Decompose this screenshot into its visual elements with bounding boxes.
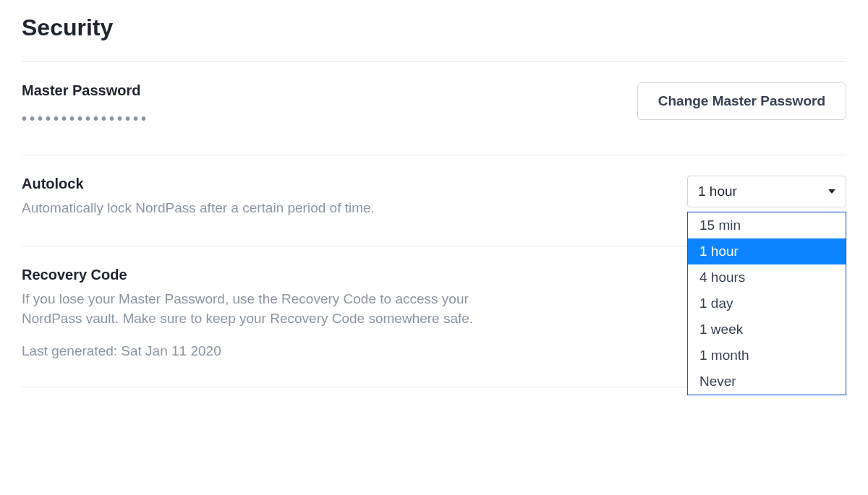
autolock-dropdown: 15 min1 hour4 hours1 day1 week1 monthNev… <box>687 212 846 395</box>
autolock-heading: Autolock <box>22 176 528 192</box>
recovery-heading: Recovery Code <box>22 267 528 283</box>
recovery-info: Recovery Code If you lose your Master Pa… <box>22 267 528 359</box>
autolock-select[interactable]: 1 hour <box>687 176 846 207</box>
recovery-last-generated: Last generated: Sat Jan 11 2020 <box>22 343 528 359</box>
autolock-option[interactable]: 1 day <box>688 290 846 317</box>
autolock-selected-value: 1 hour <box>698 184 737 199</box>
autolock-description: Automatically lock NordPass after a cert… <box>22 198 528 218</box>
autolock-option[interactable]: 1 week <box>688 317 846 343</box>
master-password-masked: •••••••••••••••• <box>22 111 528 127</box>
recovery-description: If you lose your Master Password, use th… <box>22 289 528 329</box>
autolock-option[interactable]: 1 hour <box>688 238 846 264</box>
master-password-section: Master Password •••••••••••••••• Change … <box>22 61 846 155</box>
autolock-option[interactable]: 4 hours <box>688 264 846 290</box>
autolock-option[interactable]: 15 min <box>688 212 846 238</box>
autolock-select-wrap: 1 hour 15 min1 hour4 hours1 day1 week1 m… <box>687 176 846 207</box>
autolock-option[interactable]: Never <box>688 369 846 395</box>
autolock-section: Autolock Automatically lock NordPass aft… <box>22 155 846 246</box>
chevron-down-icon <box>828 189 835 194</box>
page-title: Security <box>22 14 846 41</box>
change-master-password-button[interactable]: Change Master Password <box>637 82 846 120</box>
autolock-info: Autolock Automatically lock NordPass aft… <box>22 176 528 218</box>
master-password-heading: Master Password <box>22 82 528 99</box>
master-password-info: Master Password •••••••••••••••• <box>22 82 528 127</box>
autolock-option[interactable]: 1 month <box>688 343 846 369</box>
